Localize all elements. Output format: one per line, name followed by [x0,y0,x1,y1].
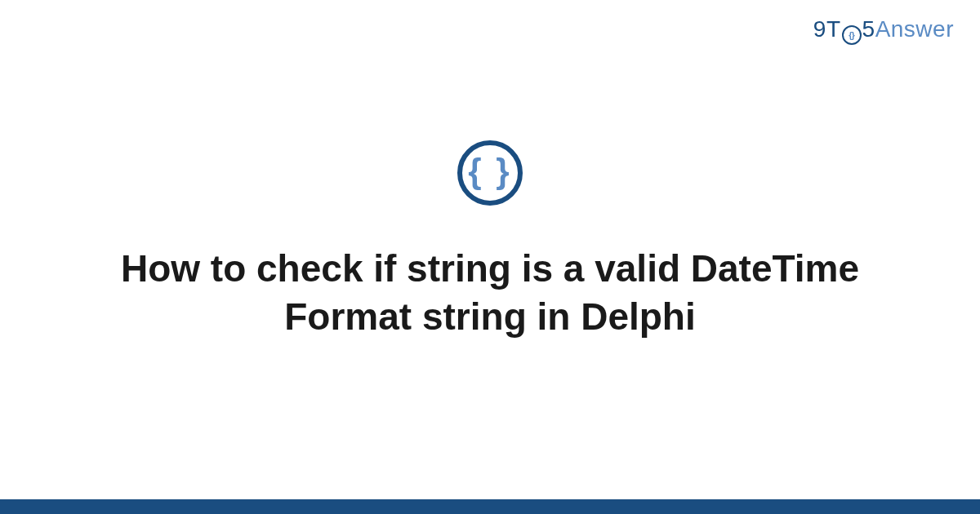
code-braces-icon: { } [468,154,511,188]
bottom-accent-bar [0,499,980,514]
main-content: { } How to check if string is a valid Da… [0,0,980,514]
question-title: How to check if string is a valid DateTi… [82,245,898,341]
category-icon-circle: { } [457,140,523,206]
